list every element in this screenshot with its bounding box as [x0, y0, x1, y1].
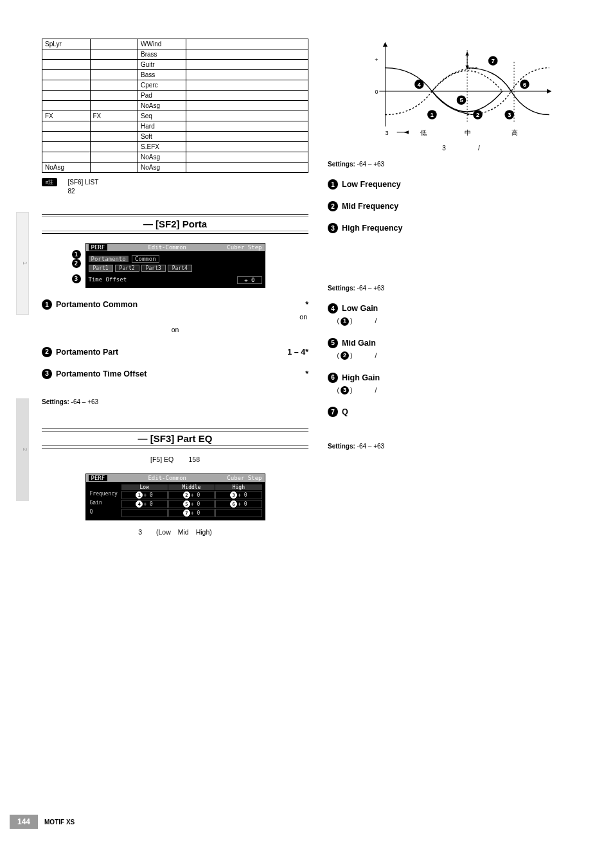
col-mid: Middle — [168, 484, 215, 490]
right-settings-1: Settings: -64 – +63 — [328, 161, 594, 168]
gp4-sep: / — [375, 317, 377, 324]
col-low: Low — [121, 484, 168, 490]
table-cell — [90, 121, 138, 132]
rs2-label: Settings: — [328, 285, 355, 292]
callout-2: 2 — [72, 259, 81, 268]
table-cell: FX — [90, 111, 138, 121]
table-cell — [42, 80, 91, 91]
sf2-p2-after: 1 – 4* — [287, 348, 308, 357]
table-cell — [186, 60, 308, 70]
table-row: NoAsg — [42, 152, 308, 163]
note-text-a: [SF6] LIST — [67, 179, 98, 186]
sf2-param-3: 3 Portamento Time Offset * — [42, 369, 308, 379]
table-cell: NoAsg — [138, 101, 186, 111]
lcd-time-row: Time Offset + 0 — [89, 276, 262, 285]
table-cell: Pad — [138, 91, 186, 101]
rs1-value: -64 – +63 — [357, 161, 385, 168]
sf2-p1-body2: on — [42, 325, 308, 335]
rp-3: 3 High Frequency — [328, 223, 594, 233]
table-cell — [186, 39, 308, 49]
v00: + 0 — [143, 492, 152, 498]
table-cell — [186, 101, 308, 111]
svg-text:+: + — [375, 57, 378, 63]
row-freq: Frequency — [89, 491, 121, 499]
rp-2: 2 Mid Frequency — [328, 201, 594, 211]
sf3-lcd-title-text: Edit-Common — [148, 475, 186, 481]
table-row: Pad — [42, 91, 308, 101]
table-cell: Bass — [138, 70, 186, 80]
table-cell — [90, 70, 138, 80]
gp5-sep: / — [375, 351, 377, 359]
svg-marker-29 — [465, 51, 468, 55]
table-cell: S.EFX — [138, 142, 186, 152]
svg-text:0: 0 — [375, 89, 378, 95]
rp1-head: Low Frequency — [342, 180, 401, 189]
table-cell — [90, 142, 138, 152]
table-cell — [42, 142, 91, 152]
callout-3: 3 — [72, 274, 81, 283]
svg-marker-3 — [547, 89, 551, 93]
note-badge: n注 — [42, 178, 57, 186]
rp3-badge: 3 — [328, 223, 338, 233]
note-text-b: 82 — [67, 188, 75, 195]
table-cell — [90, 132, 138, 142]
eq-caption: 3 / — [328, 145, 594, 152]
svg-text:3: 3 — [508, 112, 511, 118]
table-cell — [186, 132, 308, 142]
table-cell — [90, 163, 138, 173]
sf2-param-1: 1 Portamento Common * on on — [42, 299, 308, 335]
sf3-desc-a: [F5] EQ — [150, 456, 173, 463]
table-cell — [90, 49, 138, 60]
lcd-part-4: Part4 — [168, 265, 192, 272]
table-cell — [90, 60, 138, 70]
table-cell — [42, 132, 91, 142]
eq-bands-label: 3 (Low Mid High) — [42, 528, 308, 537]
table-cell — [186, 80, 308, 91]
sf3-lcd-grid: Low Middle High Frequency 1+ 0 2+ 0 3+ 0… — [89, 484, 262, 517]
sf3-heading: — [SF3] Part EQ — [42, 429, 308, 448]
rs3-value: -64 – +63 — [357, 443, 385, 450]
v01: + 0 — [191, 492, 200, 498]
lcd-time-value: + 0 — [237, 276, 262, 284]
table-row: Brass — [42, 49, 308, 60]
table-cell: NoAsg — [138, 152, 186, 163]
sf2-lcd-body: 1 2 3 Portamento Common Part1 Part2 Part… — [86, 251, 265, 287]
lcd-common: Common — [132, 255, 159, 263]
row-q: Q — [89, 509, 121, 517]
sf3-lcd-title: PERF Edit-Common Cuber Step — [86, 474, 265, 482]
gp6-body: (3) / — [328, 385, 594, 396]
lcd-part-3: Part3 — [141, 265, 166, 272]
gp-5: 5 Mid Gain (2) / — [328, 338, 594, 361]
table-row: Guitr — [42, 60, 308, 70]
sf2-p3-head: Portamento Time Offset — [56, 369, 147, 378]
eq-cap-a: 3 — [442, 145, 446, 152]
sf3-lcd-preset: Cuber Step — [227, 475, 262, 481]
sf3-lcd-body: Low Middle High Frequency 1+ 0 2+ 0 3+ 0… — [86, 482, 265, 520]
side-tab-1: 1 — [16, 212, 29, 315]
page-footer: 144 MOTIF XS — [10, 815, 601, 829]
side-tabs: 1 2 — [10, 39, 29, 829]
table-cell — [42, 70, 91, 80]
v02: + 0 — [238, 492, 247, 498]
badge-3: 3 — [42, 369, 52, 379]
columns: SpLyrWWindBrassGuitrBassCpercPadNoAsgFXF… — [42, 39, 594, 537]
gp4-ref: 1 — [341, 317, 349, 326]
table-cell — [186, 142, 308, 152]
table-row: S.EFX — [42, 142, 308, 152]
table-cell — [186, 111, 308, 121]
table-row: Bass — [42, 70, 308, 80]
v12: + 0 — [238, 501, 247, 507]
sf2-p1-body-a: on — [299, 313, 307, 321]
svg-text:高: 高 — [511, 129, 518, 136]
sf2-settings-value: -64 – +63 — [71, 398, 99, 405]
gp5-head: Mid Gain — [342, 339, 376, 348]
sf2-param-2: 2 Portamento Part 1 – 4* — [42, 347, 308, 357]
table-row: Cperc — [42, 80, 308, 91]
lcd-mode: PERF — [89, 244, 108, 251]
badge-1: 1 — [42, 299, 52, 310]
lcd-section: Portamento — [89, 256, 129, 262]
table-cell — [90, 91, 138, 101]
q-param: 7 Q — [328, 407, 594, 417]
gp4-head: Low Gain — [342, 304, 378, 313]
sf2-p2-head: Portamento Part — [56, 348, 118, 357]
